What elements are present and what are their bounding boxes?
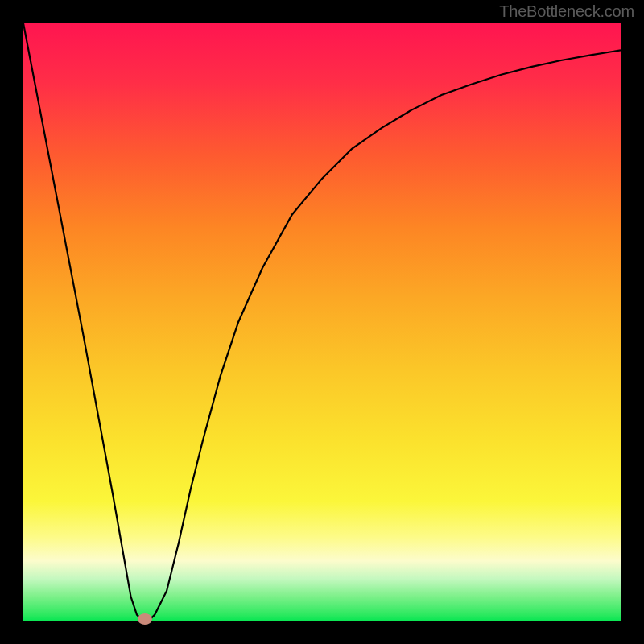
optimum-marker: [138, 613, 152, 625]
chart-line-svg: [23, 23, 621, 621]
bottleneck-curve-path: [23, 23, 621, 621]
attribution-label: TheBottleneck.com: [499, 2, 634, 21]
chart-plot-area: [23, 23, 621, 621]
